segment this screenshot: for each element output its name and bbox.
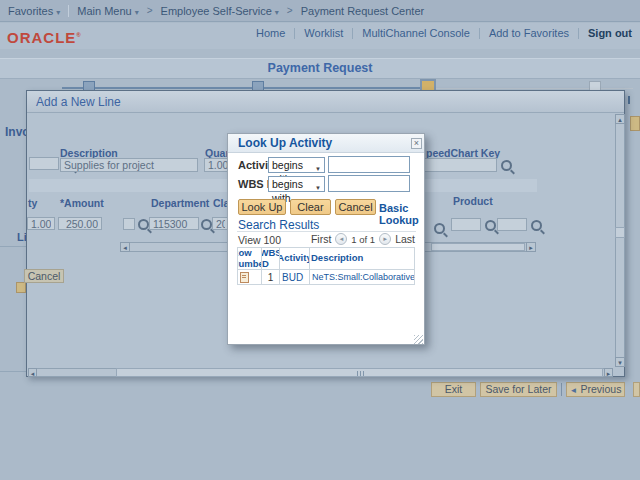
toolbar-divider (561, 383, 562, 396)
oracle-logo: ORACLE® (7, 29, 82, 46)
wbs-id-input[interactable] (328, 175, 410, 192)
link-divider (479, 28, 480, 39)
chevron-down-icon: ▾ (275, 8, 279, 17)
look-up-button[interactable]: Look Up (238, 199, 286, 215)
link-divider (294, 28, 295, 39)
search-icon[interactable] (434, 223, 445, 234)
add-to-favorites-link[interactable]: Add to Favorites (489, 27, 569, 39)
amount-cell-input[interactable] (58, 217, 102, 230)
dialog-vscrollbar-thumb[interactable] (615, 227, 625, 238)
wbs-id-header: WBS ID (262, 248, 280, 270)
account-cell-input[interactable] (123, 218, 135, 230)
search-icon[interactable] (501, 160, 512, 171)
sign-out-link[interactable]: Sign out (588, 27, 632, 39)
save-for-later-button[interactable]: Save for Later (480, 382, 557, 397)
results-divider (237, 231, 416, 232)
dialog-scroll-left-icon[interactable]: ◂ (28, 368, 37, 377)
toolbar-button-partial[interactable] (633, 382, 640, 397)
add-new-line-dialog-title: Add a New Line (27, 91, 624, 113)
pagination: First ◄ 1 of 1 ► Last (311, 233, 415, 245)
link-divider (352, 28, 353, 39)
table-wbs-id-cell: 1 (262, 270, 280, 285)
product-cell-input[interactable] (451, 218, 481, 231)
chevron-down-icon: ▾ (135, 8, 139, 17)
registered-mark: ® (76, 32, 81, 38)
page-counter: 1 of 1 (351, 234, 375, 245)
department-cell-input[interactable] (149, 217, 199, 230)
page-divider-line (0, 246, 26, 247)
link-divider (578, 28, 579, 39)
basic-lookup-link[interactable]: Basic Lookup (379, 202, 424, 226)
main-menu[interactable]: Main Menu▾ (77, 5, 138, 17)
description-input[interactable] (60, 158, 198, 172)
previous-button[interactable]: ◄Previous (566, 382, 625, 397)
first-link[interactable]: First (311, 233, 331, 245)
page-cancel-button-partial[interactable] (16, 282, 26, 293)
project-cell-input[interactable] (497, 218, 527, 231)
page-right-button-partial[interactable] (630, 116, 640, 131)
item-id-input[interactable] (29, 157, 59, 170)
search-icon[interactable] (138, 219, 149, 230)
search-results-heading: Search Results (238, 218, 319, 232)
page-title-bar: Payment Request (0, 58, 640, 79)
add-line-cancel-button[interactable]: Cancel (24, 269, 64, 283)
breadcrumb-employee-self-service[interactable]: Employee Self-Service▾ (161, 5, 279, 17)
dialog-vscrollbar-track[interactable] (615, 114, 625, 367)
progress-track-inactive (428, 88, 633, 89)
table-description-cell[interactable]: NeTS:Small:Collaborative:Infra (310, 270, 415, 285)
breadcrumb-payment-request-center[interactable]: Payment Request Center (301, 5, 425, 17)
table-activity-cell[interactable]: BUD (280, 270, 310, 285)
nav-divider (68, 5, 69, 17)
utility-links: Home Worklist MultiChannel Console Add t… (256, 27, 632, 39)
product-column-header: Product (453, 195, 493, 207)
grid-scroll-left-icon[interactable]: ◂ (120, 242, 130, 252)
resize-grip-icon[interactable] (414, 335, 423, 344)
breadcrumb-separator: > (147, 5, 153, 16)
close-icon[interactable]: × (411, 138, 422, 149)
search-icon[interactable] (201, 219, 212, 230)
search-icon[interactable] (531, 220, 542, 231)
dialog-scroll-right-icon[interactable]: ▸ (604, 368, 613, 377)
dialog-hscrollbar-thumb[interactable] (116, 368, 603, 377)
dialog-scroll-up-icon[interactable]: ▴ (615, 114, 625, 124)
description-header: Description (310, 248, 415, 270)
lookup-activity-dialog: Look Up Activity × Activity: begins with… (227, 133, 425, 345)
cancel-button[interactable]: Cancel (335, 199, 376, 215)
grid-hscrollbar-thumb[interactable] (431, 243, 525, 251)
wbs-id-operator-select[interactable]: begins with▼ (268, 176, 325, 192)
top-nav-bar: Favorites▾ Main Menu▾ > Employee Self-Se… (0, 0, 640, 22)
chevron-down-icon: ▼ (315, 162, 321, 176)
previous-page-icon[interactable]: ◄ (335, 233, 347, 245)
grid-scroll-right-icon[interactable]: ▸ (526, 242, 536, 252)
amount-column-header: *Amount (60, 197, 104, 209)
home-link[interactable]: Home (256, 27, 285, 39)
quantity-cell-input[interactable] (27, 217, 55, 230)
exit-button[interactable]: Exit (431, 382, 476, 397)
lookup-dialog-title: Look Up Activity (228, 134, 424, 153)
results-table: Row Number WBS ID Activity Description 1… (237, 247, 415, 285)
row-number-header: Row Number (238, 248, 262, 270)
clear-button[interactable]: Clear (290, 199, 331, 215)
activity-header: Activity (280, 248, 310, 270)
multichannel-console-link[interactable]: MultiChannel Console (362, 27, 470, 39)
table-row-number-cell (238, 270, 262, 285)
previous-arrow-icon: ◄ (570, 386, 578, 395)
row-document-icon (240, 272, 249, 283)
page-title: Payment Request (268, 61, 373, 75)
activity-operator-select[interactable]: begins with▼ (268, 157, 325, 173)
next-page-icon[interactable]: ► (379, 233, 391, 245)
page-divider-line (0, 371, 26, 372)
favorites-menu[interactable]: Favorites▾ (8, 5, 60, 17)
chevron-down-icon: ▼ (315, 181, 321, 195)
search-icon[interactable] (485, 220, 496, 231)
chevron-down-icon: ▾ (56, 8, 60, 17)
quantity-column-header-partial: ty (28, 197, 37, 209)
view-100-link[interactable]: View 100 (238, 234, 281, 246)
activity-input[interactable] (328, 156, 410, 173)
dialog-scroll-down-icon[interactable]: ▾ (615, 357, 625, 367)
breadcrumb-separator: > (287, 5, 293, 16)
speedchart-key-input[interactable] (423, 158, 497, 172)
last-link[interactable]: Last (395, 233, 415, 245)
worklist-link[interactable]: Worklist (304, 27, 343, 39)
page-right-glyph (628, 96, 630, 104)
